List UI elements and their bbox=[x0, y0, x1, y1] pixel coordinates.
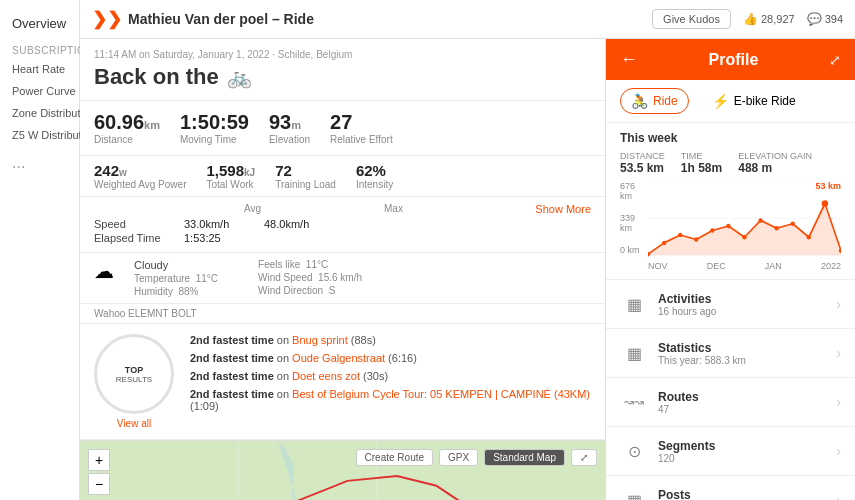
comment-icon: 💬 bbox=[807, 12, 822, 26]
stat-moving-time: 1:50:59 Moving Time bbox=[180, 111, 249, 145]
week-distance-value: 53.5 km bbox=[620, 161, 665, 175]
give-kudos-button[interactable]: Give Kudos bbox=[652, 9, 731, 29]
thumbsup-icon: 👍 bbox=[743, 12, 758, 26]
top-results-badge: TOP RESULTS bbox=[94, 334, 174, 414]
week-time-value: 1h 58m bbox=[681, 161, 722, 175]
segment-link-0[interactable]: Bnug sprint bbox=[292, 334, 348, 346]
x-label-dec: DEC bbox=[707, 261, 726, 271]
topbar: ❯❯ Mathieu Van der poel – Ride Give Kudo… bbox=[80, 0, 855, 39]
strava-logo: ❯❯ bbox=[92, 8, 122, 30]
top-results-section: TOP RESULTS View all 2nd fastest time on… bbox=[80, 324, 605, 440]
perf-header: Avg Max Show More bbox=[94, 203, 591, 218]
main-content: ❯❯ Mathieu Van der poel – Ride Give Kudo… bbox=[80, 0, 855, 500]
weather-icon: ☁ bbox=[94, 259, 114, 283]
result-item-0: 2nd fastest time on Bnug sprint (88s) bbox=[190, 334, 591, 346]
weather-right: Feels like 11°C Wind Speed 15.6 km/h Win… bbox=[258, 259, 362, 296]
profile-share-button[interactable]: ⤢ bbox=[829, 52, 841, 68]
statistics-title: Statistics bbox=[658, 341, 836, 355]
tab-ebike-label: E-bike Ride bbox=[734, 94, 796, 108]
activity-title-bar: Mathieu Van der poel – Ride bbox=[128, 11, 314, 27]
weather-temp: Temperature 11°C bbox=[134, 273, 218, 284]
result-item-3: 2nd fastest time on Best of Belgium Cycl… bbox=[190, 388, 591, 412]
zoom-in-button[interactable]: + bbox=[88, 449, 110, 471]
activity-content: 11:14 AM on Saturday, January 1, 2022 · … bbox=[80, 39, 855, 500]
create-route-button[interactable]: Create Route bbox=[356, 449, 433, 466]
intensity-label: Intensity bbox=[356, 179, 393, 190]
sidebar-item-zone-distribution[interactable]: Zone Distribution bbox=[0, 102, 79, 124]
tab-ride[interactable]: 🚴 Ride bbox=[620, 88, 689, 114]
statistics-sub: This year: 588.3 km bbox=[658, 355, 836, 366]
topbar-right: Give Kudos 👍 28,927 💬 394 bbox=[652, 9, 843, 29]
badge-title: TOP bbox=[125, 365, 143, 375]
stat-distance: 60.96km Distance bbox=[94, 111, 160, 145]
x-label-jan: JAN bbox=[765, 261, 782, 271]
relative-effort-label: Relative Effort bbox=[330, 134, 393, 145]
tab-ride-label: Ride bbox=[653, 94, 678, 108]
week-elevation: Elevation Gain 488 m bbox=[738, 151, 812, 175]
profile-header-icons: ⤢ bbox=[829, 52, 841, 68]
activities-sub: 16 hours ago bbox=[658, 306, 836, 317]
posts-arrow: › bbox=[836, 492, 841, 500]
activity-name-text: Back on the bbox=[94, 64, 219, 90]
map-toolbar: Create Route GPX Standard Map ⤢ bbox=[356, 449, 597, 466]
profile-list-statistics[interactable]: ▦ Statistics This year: 588.3 km › bbox=[606, 329, 855, 378]
result-item-1: 2nd fastest time on Oude Galgenstraat (6… bbox=[190, 352, 591, 364]
stat-weighted-avg: 242w Weighted Avg Power bbox=[94, 162, 186, 190]
secondary-stats: 242w Weighted Avg Power 1,598kJ Total Wo… bbox=[80, 156, 605, 197]
topbar-left: ❯❯ Mathieu Van der poel – Ride bbox=[92, 8, 314, 30]
expand-map-button[interactable]: ⤢ bbox=[571, 449, 597, 466]
activity-left-panel: 11:14 AM on Saturday, January 1, 2022 · … bbox=[80, 39, 605, 500]
sidebar-item-z5w-distribution[interactable]: Z5 W Distribution bbox=[0, 124, 79, 146]
elevation-label: Elevation bbox=[269, 134, 310, 145]
segment-link-1[interactable]: Oude Galgenstraat bbox=[292, 352, 385, 364]
results-list: 2nd fastest time on Bnug sprint (88s) 2n… bbox=[190, 334, 591, 429]
sidebar-more-options[interactable]: ... bbox=[0, 146, 79, 180]
sidebar-item-heart-rate[interactable]: Heart Rate bbox=[0, 58, 79, 80]
profile-list-activities[interactable]: ▦ Activities 16 hours ago › bbox=[606, 280, 855, 329]
training-load-label: Training Load bbox=[275, 179, 336, 190]
primary-stats: 60.96km Distance 1:50:59 Moving Time 93m… bbox=[80, 101, 605, 156]
standard-map-button[interactable]: Standard Map bbox=[484, 449, 565, 466]
segments-title: Segments bbox=[658, 439, 836, 453]
profile-back-button[interactable]: ← bbox=[620, 49, 638, 70]
svg-point-14 bbox=[710, 228, 714, 233]
svg-point-11 bbox=[662, 241, 666, 246]
sidebar-item-power-curve[interactable]: Power Curve bbox=[0, 80, 79, 102]
routes-icon: ↝↝ bbox=[620, 388, 648, 416]
week-stats: Distance 53.5 km Time 1h 58m Elevation G… bbox=[620, 151, 841, 175]
svg-point-18 bbox=[775, 226, 779, 231]
map-zoom-controls: + − bbox=[88, 449, 110, 495]
segment-link-2[interactable]: Doet eens zot bbox=[292, 370, 360, 382]
statistics-content: Statistics This year: 588.3 km bbox=[658, 341, 836, 366]
profile-list-posts[interactable]: ▦ Posts — › bbox=[606, 476, 855, 500]
x-label-year: 2022 bbox=[821, 261, 841, 271]
weighted-avg-label: Weighted Avg Power bbox=[94, 179, 186, 190]
perf-elapsed-label: Elapsed Time bbox=[94, 232, 184, 244]
profile-list-segments[interactable]: ⊙ Segments 120 › bbox=[606, 427, 855, 476]
view-all-link[interactable]: View all bbox=[117, 418, 151, 429]
zoom-out-button[interactable]: − bbox=[88, 473, 110, 495]
profile-header: ← Profile ⤢ bbox=[606, 39, 855, 80]
activity-header: 11:14 AM on Saturday, January 1, 2022 · … bbox=[80, 39, 605, 101]
perf-elapsed-avg: 1:53:25 bbox=[184, 232, 264, 244]
device-row: Wahoo ELEMNT BOLT bbox=[80, 304, 605, 324]
tab-ebike-ride[interactable]: ⚡ E-bike Ride bbox=[701, 88, 807, 114]
segment-link-3[interactable]: Best of Belgium Cycle Tour: 05 KEMPEN | … bbox=[292, 388, 590, 400]
svg-point-15 bbox=[726, 224, 730, 229]
svg-point-19 bbox=[791, 222, 795, 227]
week-distance: Distance 53.5 km bbox=[620, 151, 665, 175]
perf-speed-avg: 33.0km/h bbox=[184, 218, 264, 230]
activities-arrow: › bbox=[836, 296, 841, 312]
badge-sub: RESULTS bbox=[116, 375, 152, 384]
show-more-button[interactable]: Show More bbox=[535, 203, 591, 215]
perf-row-elapsed: Elapsed Time 1:53:25 bbox=[94, 232, 591, 244]
svg-point-17 bbox=[758, 218, 762, 223]
perf-speed-label: Speed bbox=[94, 218, 184, 230]
gpx-button[interactable]: GPX bbox=[439, 449, 478, 466]
profile-list-routes[interactable]: ↝↝ Routes 47 › bbox=[606, 378, 855, 427]
svg-point-12 bbox=[678, 233, 682, 238]
activities-title: Activities bbox=[658, 292, 836, 306]
distance-label: Distance bbox=[94, 134, 160, 145]
sidebar-item-overview[interactable]: Overview bbox=[0, 8, 79, 39]
kudos-value: 28,927 bbox=[761, 13, 795, 25]
